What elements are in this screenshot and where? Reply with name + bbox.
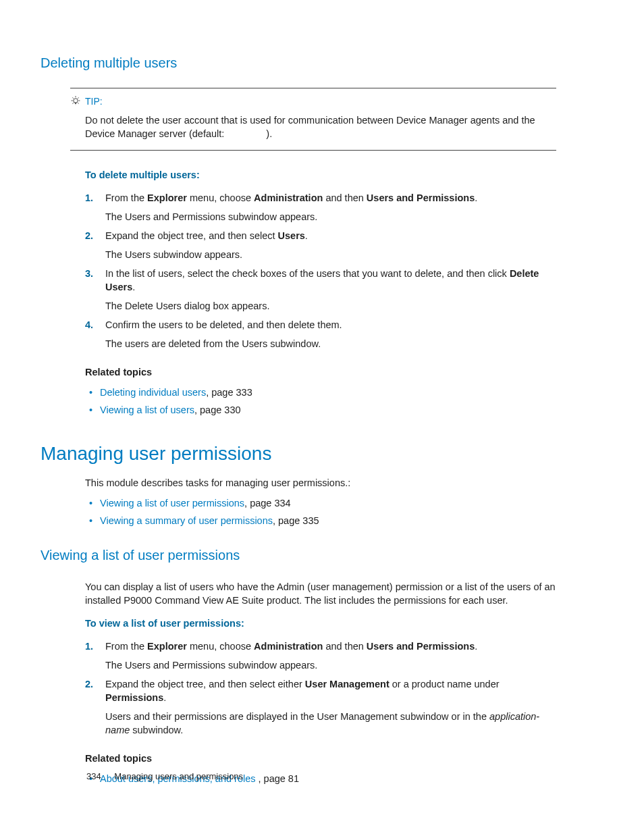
tip-body: Do not delete the user account that is u…	[85, 113, 556, 140]
steps-list: 1.From the Explorer menu, choose Adminis…	[85, 640, 556, 737]
tip-block: TIP: Do not delete the user account that…	[70, 88, 556, 151]
procedure-heading: To delete multiple users:	[85, 168, 556, 182]
step-result: The Delete Users dialog box appears.	[105, 299, 556, 313]
step-text: Expand the object tree, and then select …	[105, 229, 556, 242]
step-result: The Users and Permissions subwindow appe…	[105, 658, 556, 672]
step-item: 1.From the Explorer menu, choose Adminis…	[85, 191, 556, 224]
footer-title: Managing users and permissions	[114, 771, 243, 781]
step-number: 3.	[85, 267, 93, 280]
svg-point-0	[74, 98, 78, 102]
step-number: 1.	[85, 191, 93, 205]
heading-managing-user-permissions: Managing user permissions	[41, 441, 556, 467]
step-text: From the Explorer menu, choose Administr…	[105, 640, 556, 653]
list-item: Viewing a summary of user permissions, p…	[85, 514, 556, 527]
related-topics-list: Deleting individual users, page 333Viewi…	[85, 386, 556, 417]
page-reference: , page 333	[206, 387, 252, 398]
heading-deleting-multiple-users: Deleting multiple users	[41, 54, 556, 73]
step-text: In the list of users, select the check b…	[105, 267, 556, 294]
related-topics-heading: Related topics	[85, 752, 556, 765]
page-number: 334	[86, 771, 101, 781]
step-item: 4.Confirm the users to be deleted, and t…	[85, 318, 556, 350]
cross-reference-link[interactable]: Deleting individual users	[100, 387, 206, 398]
list-item: Deleting individual users, page 333	[85, 386, 556, 399]
page-reference: , page 335	[273, 515, 319, 526]
step-result: The Users and Permissions subwindow appe…	[105, 210, 556, 224]
step-text: Confirm the users to be deleted, and the…	[105, 318, 556, 332]
page-body: Deleting multiple users TIP: Do not dele…	[0, 0, 644, 785]
step-result: Users and their permissions are displaye…	[105, 710, 556, 737]
related-topics-heading: Related topics	[85, 365, 556, 379]
step-text: Expand the object tree, and then select …	[105, 677, 556, 704]
step-number: 2.	[85, 677, 93, 691]
step-text: From the Explorer menu, choose Administr…	[105, 191, 556, 205]
list-item: Viewing a list of users, page 330	[85, 403, 556, 417]
page-footer: 334 Managing users and permissions	[86, 771, 243, 783]
page-reference: , page 334	[244, 498, 291, 509]
cross-reference-link[interactable]: Viewing a list of user permissions	[100, 498, 244, 509]
section-intro: This module describes tasks for managing…	[85, 476, 556, 490]
step-item: 2.Expand the object tree, and then selec…	[85, 677, 556, 737]
step-number: 2.	[85, 229, 93, 242]
page-reference: , page 330	[194, 405, 241, 415]
heading-viewing-list-user-permissions: Viewing a list of user permissions	[41, 546, 556, 565]
step-number: 4.	[85, 318, 93, 332]
lightbulb-icon	[70, 95, 81, 109]
list-item: Viewing a list of user permissions, page…	[85, 496, 556, 510]
cross-reference-link[interactable]: Viewing a summary of user permissions	[100, 515, 273, 526]
step-item: 3.In the list of users, select the check…	[85, 267, 556, 313]
section-intro: You can display a list of users who have…	[85, 580, 556, 607]
step-item: 1.From the Explorer menu, choose Adminis…	[85, 640, 556, 672]
step-result: The users are deleted from the Users sub…	[105, 337, 556, 350]
toc-list: Viewing a list of user permissions, page…	[85, 496, 556, 527]
procedure-heading: To view a list of user permissions:	[85, 617, 556, 630]
page-reference: , page 81	[259, 773, 299, 784]
cross-reference-link[interactable]: Viewing a list of users	[100, 405, 194, 415]
tip-label: TIP:	[85, 95, 103, 108]
step-number: 1.	[85, 640, 93, 653]
step-item: 2.Expand the object tree, and then selec…	[85, 229, 556, 261]
steps-list: 1.From the Explorer menu, choose Adminis…	[85, 191, 556, 350]
step-result: The Users subwindow appears.	[105, 248, 556, 261]
